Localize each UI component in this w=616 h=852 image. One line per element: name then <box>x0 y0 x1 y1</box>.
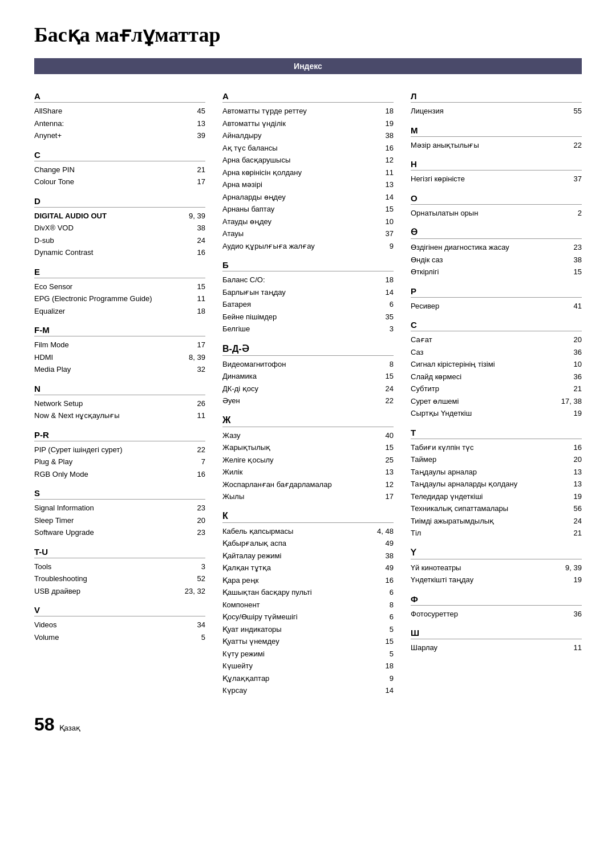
index-row: Colour Tone17 <box>34 176 205 188</box>
section-letter-Ү: Ү <box>411 547 582 559</box>
item-name: Қуат индикаторы <box>222 624 371 635</box>
index-row: Лицензия55 <box>411 105 582 117</box>
item-page: 41 <box>559 301 582 312</box>
item-page: 17, 38 <box>559 396 582 407</box>
section-letter-О: О <box>411 193 582 205</box>
item-page: 12 <box>371 155 394 166</box>
item-name: Сағат <box>411 334 559 346</box>
item-page: 18 <box>371 274 394 286</box>
item-name: Dynamic Contrast <box>34 247 183 258</box>
item-page: 35 <box>371 311 394 323</box>
item-page: 9 <box>371 241 394 252</box>
item-name: Баланс С/О: <box>222 274 371 286</box>
item-page: 11 <box>371 167 394 178</box>
index-row: Сурет өлшемі17, 38 <box>411 395 582 408</box>
item-page: 23 <box>559 242 582 253</box>
item-page: 18 <box>371 660 394 672</box>
item-page: 14 <box>371 192 394 203</box>
section-letter-К: К <box>222 511 394 523</box>
section-letter-E: E <box>34 267 205 278</box>
item-page: 25 <box>371 455 394 466</box>
item-name: Қашықтан басқару пульті <box>222 587 371 598</box>
item-page: 15 <box>371 442 394 453</box>
item-page: 18 <box>183 306 205 317</box>
item-name: Таңдаулы арналарды қолдану <box>411 478 559 490</box>
item-name: Өткірлігі <box>411 266 559 278</box>
index-row: Динамика15 <box>222 370 394 383</box>
item-page: 9, 39 <box>183 210 205 222</box>
item-name: Өндік саз <box>411 254 559 266</box>
item-page: 26 <box>183 398 205 409</box>
index-row: DIGITAL AUDIO OUT9, 39 <box>34 210 205 222</box>
index-row: Атауды өңдеу10 <box>222 216 394 228</box>
item-page: 13 <box>371 466 394 478</box>
item-page: 38 <box>371 550 394 562</box>
index-row: Өндік саз38 <box>411 254 582 266</box>
item-page: 15 <box>371 371 394 382</box>
index-row: Слайд көрмесі36 <box>411 371 582 383</box>
item-name: Жарықтылық <box>222 442 371 453</box>
item-page: 19 <box>559 408 582 419</box>
item-page: 38 <box>559 254 582 266</box>
index-row: Тиімді ажыратымдылық24 <box>411 515 582 528</box>
item-name: Әуен <box>222 395 371 407</box>
item-page: 3 <box>183 561 205 573</box>
item-name: Troubleshooting <box>34 573 183 585</box>
item-name: Мәзір анықтылығы <box>411 140 559 151</box>
item-name: Anynet+ <box>34 130 183 141</box>
item-name: Software Upgrade <box>34 527 183 538</box>
item-name: Күту режимі <box>222 648 371 660</box>
item-name: Volume <box>34 632 183 643</box>
item-page: 21 <box>559 528 582 539</box>
item-page: 36 <box>559 371 582 383</box>
item-page: 4, 48 <box>371 526 394 537</box>
section-letter-Н: Н <box>411 159 582 171</box>
section-letter-Ө: Ө <box>411 227 582 239</box>
item-name: Орнатылатын орын <box>411 208 559 219</box>
item-page: 6 <box>371 299 394 310</box>
item-name: PIP (Сурет ішіндегі сурет) <box>34 444 183 456</box>
item-page: 13 <box>559 466 582 478</box>
item-page: 5 <box>183 632 205 643</box>
item-page: 23 <box>183 502 205 514</box>
item-page: 7 <box>183 456 205 468</box>
item-name: Жоспарланған бағдарламалар <box>222 479 371 490</box>
item-name: Кабель қапсырмасы <box>222 526 371 537</box>
item-page: 36 <box>559 608 582 620</box>
item-name: Ақ түс балансы <box>222 143 371 154</box>
index-row: Субтитр21 <box>411 383 582 395</box>
item-name: Үй кинотеатры <box>411 562 559 574</box>
index-row: Автоматты түрде реттеу18 <box>222 105 394 117</box>
item-name: Network Setup <box>34 398 183 409</box>
section-letter-D: D <box>34 196 205 208</box>
item-page: 40 <box>371 430 394 441</box>
item-page: 9, 39 <box>559 562 582 574</box>
index-row: Қалқан тұтқа49 <box>222 562 394 574</box>
item-name: Қара реңк <box>222 575 371 586</box>
item-name: Техникалық сипаттамалары <box>411 503 559 514</box>
section-letter-C: C <box>34 150 205 161</box>
index-row: Автоматты үнділік19 <box>222 117 394 130</box>
item-page: 24 <box>559 516 582 527</box>
index-row: Күту режимі5 <box>222 648 394 660</box>
item-page: 15 <box>371 204 394 215</box>
index-row: Жазу40 <box>222 429 394 442</box>
item-name: Equalizer <box>34 306 183 317</box>
item-name: Eco Sensor <box>34 281 183 293</box>
footer-language: Қазақ <box>59 724 80 732</box>
item-name: Автоматты үнділік <box>222 118 371 129</box>
item-page: 5 <box>371 648 394 660</box>
section-letter-V: V <box>34 605 205 616</box>
index-row: Күшейту18 <box>222 660 394 672</box>
index-row: Үй кинотеатры9, 39 <box>411 562 582 574</box>
index-row: Фотосуреттер36 <box>411 608 582 620</box>
index-row: Eco Sensor15 <box>34 281 205 293</box>
section-letter-A: A <box>34 91 205 103</box>
item-name: Antenna: <box>34 118 183 129</box>
item-name: Құлаққаптар <box>222 673 371 684</box>
item-page: 55 <box>559 106 582 117</box>
item-page: 24 <box>371 383 394 395</box>
item-page: 20 <box>559 454 582 465</box>
page-title: Басқа мағлұматтар <box>34 23 582 47</box>
item-page: 15 <box>183 281 205 293</box>
